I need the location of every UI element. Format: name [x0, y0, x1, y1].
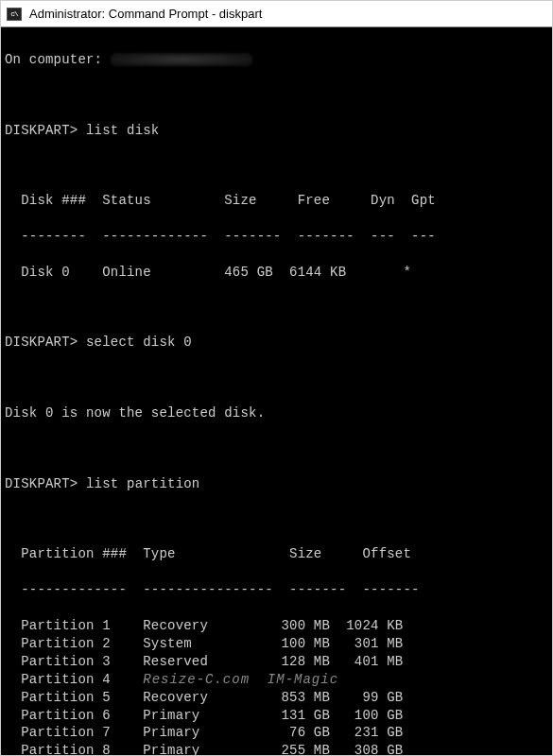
titlebar[interactable]: c\ Administrator: Command Prompt - diskp…	[1, 1, 552, 27]
watermark-text: Resize-C.com IM-Magic	[143, 671, 338, 689]
partition-row: Partition 1 Recovery 300 MB 1024 KB	[5, 617, 548, 635]
disk-table-header: Disk ### Status Size Free Dyn Gpt	[5, 192, 548, 210]
cmd-list-disk: list disk	[78, 123, 159, 138]
partition-row: Partition 7 Primary 76 GB 231 GB	[5, 724, 548, 742]
disk-row: Disk 0 Online 465 GB 6144 KB *	[5, 264, 548, 282]
partition-row: Partition 6 Primary 131 GB 100 GB	[5, 707, 548, 725]
partition-row: Partition 3 Reserved 128 MB 401 MB	[5, 653, 548, 671]
disk-table-divider: -------- ------------- ------- ------- -…	[5, 228, 548, 246]
prompt: DISKPART>	[5, 335, 78, 350]
selected-disk-msg: Disk 0 is now the selected disk.	[5, 404, 548, 422]
window-title: Administrator: Command Prompt - diskpart	[29, 7, 262, 21]
cmd-icon: c\	[7, 8, 22, 21]
partition-row: Partition 5 Recovery 853 MB 99 GB	[5, 689, 548, 707]
partition-row: Partition 8 Primary 255 MB 308 GB	[5, 742, 548, 756]
cmd-list-partition: list partition	[78, 476, 199, 491]
on-computer-label: On computer:	[5, 52, 111, 67]
partition-row: Partition 2 System 100 MB 301 MB	[5, 635, 548, 653]
partition-row: Partition 4 Resize-C.com IM-Magic	[5, 671, 548, 689]
prompt: DISKPART>	[5, 476, 78, 491]
partition-table-divider: ------------- ---------------- ------- -…	[5, 581, 548, 599]
terminal-output: On computer: DISKPART> list disk Disk ##…	[1, 27, 552, 756]
computer-name-redacted	[111, 53, 252, 66]
prompt: DISKPART>	[5, 123, 78, 138]
cmd-select-disk: select disk 0	[78, 335, 191, 350]
partition-table-header: Partition ### Type Size Offset	[5, 545, 548, 563]
